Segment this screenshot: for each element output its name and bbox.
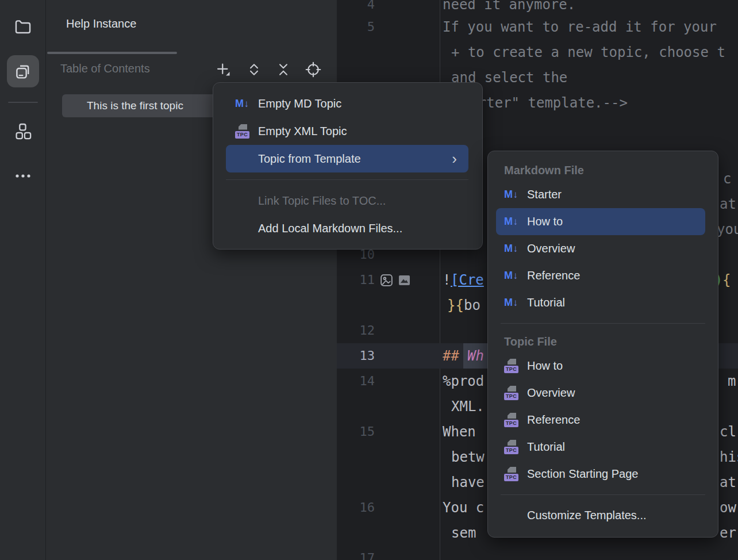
editor-row: 5If you want to re-add it for your xyxy=(337,14,738,40)
markdown-file-icon: M↓ xyxy=(504,216,518,228)
gutter-image-preview-icons[interactable] xyxy=(379,273,410,287)
expand-all-button[interactable] xyxy=(245,61,263,78)
topic-file-icon: TPC xyxy=(504,386,520,400)
tpc-icon-slot: TPC xyxy=(504,440,527,454)
ellipsis-icon xyxy=(13,166,33,186)
menu-item-empty-xml-topic[interactable]: TPCEmpty XML Topic xyxy=(213,117,482,145)
code-segment: If you want to re-add it for your xyxy=(443,14,717,40)
md-icon-slot: M↓ xyxy=(504,297,527,309)
locate-open-file-button[interactable] xyxy=(305,61,322,78)
menu-item-link-topic-files-to-toc[interactable]: Link Topic Files to TOC... xyxy=(213,187,482,214)
menu-item-how-to[interactable]: TPCHow to xyxy=(488,352,718,379)
menu-item-label: Reference xyxy=(527,269,580,282)
code-segment: ! xyxy=(443,267,451,293)
menu-item-label: Reference xyxy=(527,413,580,427)
menu-section-markdown-file: Markdown File xyxy=(488,159,718,181)
line-number: 13 xyxy=(337,343,375,369)
code-segment: have xyxy=(451,470,485,495)
line-number: 15 xyxy=(337,419,375,444)
folder-icon xyxy=(13,16,33,36)
menu-item-topic-from-template[interactable]: Topic from Template› xyxy=(226,145,468,172)
menu-item-empty-md-topic[interactable]: M↓Empty MD Topic xyxy=(213,90,482,117)
menu-item-label: Tutorial xyxy=(527,296,565,309)
menu-item-overview[interactable]: M↓Overview xyxy=(488,235,718,262)
structure-tool-button[interactable] xyxy=(7,115,39,147)
menu-item-reference[interactable]: TPCReference xyxy=(488,406,718,434)
markdown-file-icon: M↓ xyxy=(235,98,249,110)
code-segment: + to create a new topic, choose t xyxy=(451,40,725,65)
menu-item-starter[interactable]: M↓Starter xyxy=(488,181,718,208)
menu-item-section-starting-page[interactable]: TPCSection Starting Page xyxy=(488,461,718,488)
project-tool-button[interactable] xyxy=(7,10,39,42)
menu-separator xyxy=(501,494,705,495)
table-of-contents-label: Table of Contents xyxy=(60,62,150,75)
tpc-icon-slot: TPC xyxy=(504,467,527,481)
instances-icon xyxy=(13,62,33,81)
menu-item-label: Overview xyxy=(527,242,575,255)
markdown-file-icon: M↓ xyxy=(504,189,518,201)
topic-file-icon: TPC xyxy=(504,359,520,373)
md-icon-slot: M↓ xyxy=(235,98,258,110)
code-segment: you xyxy=(717,217,738,242)
more-tools-button[interactable] xyxy=(7,160,39,192)
code-segment: %prod xyxy=(443,369,484,394)
menu-item-tutorial[interactable]: M↓Tutorial xyxy=(488,289,718,316)
menu-item-customize-templates[interactable]: Customize Templates... xyxy=(488,502,718,529)
menu-item-label: Empty XML Topic xyxy=(258,125,347,138)
tpc-icon-slot: TPC xyxy=(504,413,527,427)
menu-separator xyxy=(226,179,468,180)
menu-item-label: Topic from Template xyxy=(258,152,361,166)
md-icon-slot: M↓ xyxy=(504,243,527,255)
code-segment: at xyxy=(720,191,736,217)
collapse-all-button[interactable] xyxy=(275,61,292,78)
topic-file-icon: TPC xyxy=(235,124,251,139)
menu-item-label: How to xyxy=(527,215,563,228)
code-segment: }{ xyxy=(447,293,464,318)
collapse-all-icon xyxy=(276,62,291,77)
code-segment: c xyxy=(723,166,731,191)
expand-all-icon xyxy=(247,62,262,77)
topic-file-icon: TPC xyxy=(504,413,520,427)
menu-item-label: Empty MD Topic xyxy=(258,97,341,110)
tpc-icon-slot: TPC xyxy=(504,359,527,373)
code-segment: ow xyxy=(720,495,736,520)
markdown-file-icon: M↓ xyxy=(504,270,518,282)
topic-from-template-submenu: Markdown FileM↓StarterM↓How toM↓Overview… xyxy=(487,151,718,538)
topic-file-icon: TPC xyxy=(504,440,520,454)
menu-item-label: Overview xyxy=(527,386,575,400)
menu-item-add-local-markdown-files[interactable]: Add Local Markdown Files... xyxy=(213,214,482,242)
line-number: 11 xyxy=(337,267,375,293)
code-segment: ## xyxy=(443,343,459,369)
code-segment: Wh xyxy=(463,343,490,369)
image-filled-icon xyxy=(399,275,410,285)
line-number: 16 xyxy=(337,495,375,520)
line-number: 17 xyxy=(337,546,375,560)
crosshair-icon xyxy=(305,62,321,78)
code-segment: { xyxy=(722,267,731,293)
menu-separator xyxy=(501,323,705,324)
code-segment: er xyxy=(720,520,736,546)
line-number: 14 xyxy=(337,369,375,394)
help-instance-tool-button[interactable] xyxy=(7,55,39,87)
line-number: 12 xyxy=(337,318,375,343)
code-segment: When xyxy=(443,419,476,444)
topic-file-icon: TPC xyxy=(504,467,520,481)
add-topic-button[interactable] xyxy=(215,61,232,78)
menu-item-how-to[interactable]: M↓How to xyxy=(496,208,705,235)
editor-row: + to create a new topic, choose t xyxy=(337,40,738,65)
markdown-file-icon: M↓ xyxy=(504,297,518,309)
code-segment: his xyxy=(720,444,738,470)
menu-item-overview[interactable]: TPCOverview xyxy=(488,379,718,406)
image-outline-icon xyxy=(379,273,394,287)
activity-bar-divider xyxy=(8,102,38,103)
md-icon-slot: M↓ xyxy=(504,270,527,282)
menu-item-label: Add Local Markdown Files... xyxy=(258,222,402,235)
submenu-chevron-icon: › xyxy=(452,145,457,172)
code-segment: cl xyxy=(720,419,736,444)
code-segment: bo xyxy=(464,293,481,318)
new-topic-menu: M↓Empty MD TopicTPCEmpty XML TopicTopic … xyxy=(213,82,483,250)
menu-item-label: Link Topic Files to TOC... xyxy=(258,194,386,208)
menu-item-tutorial[interactable]: TPCTutorial xyxy=(488,434,718,461)
menu-item-reference[interactable]: M↓Reference xyxy=(488,262,718,289)
code-segment: [Cre xyxy=(451,267,484,293)
